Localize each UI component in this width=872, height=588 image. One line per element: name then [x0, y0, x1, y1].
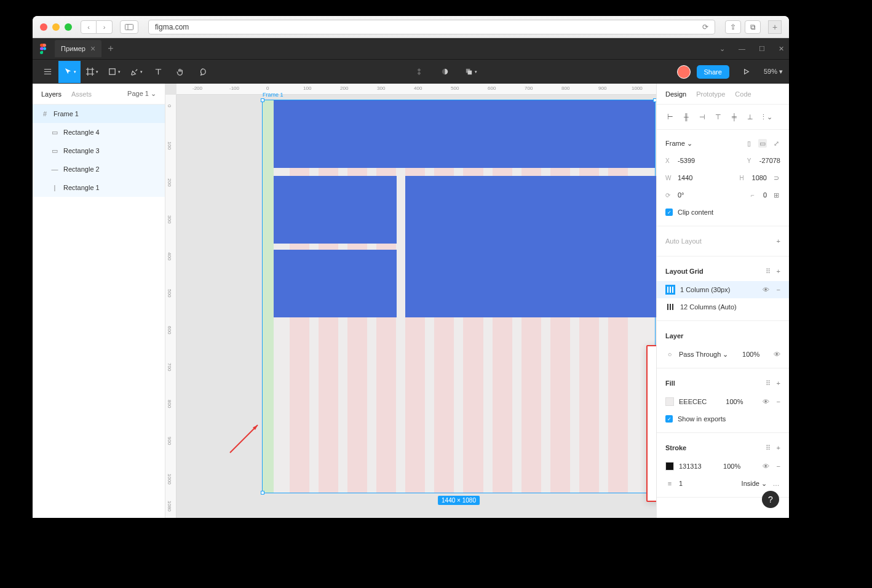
selection-handle[interactable] [653, 98, 656, 102]
rectangle-shape[interactable] [274, 100, 655, 168]
comment-tool[interactable] [191, 61, 213, 83]
columns-icon[interactable] [665, 302, 675, 312]
blend-mode-selector[interactable]: Pass Through ⌄ [679, 351, 728, 359]
tab-design[interactable]: Design [665, 90, 686, 98]
align-right-icon[interactable]: ⊣ [697, 112, 707, 122]
fill-swatch[interactable] [665, 397, 674, 406]
tab-prototype[interactable]: Prototype [696, 90, 725, 98]
remove-fill-button[interactable]: − [777, 398, 780, 405]
close-window-button[interactable] [40, 23, 47, 31]
grid-styles-icon[interactable]: ⠿ [764, 267, 772, 276]
add-stroke-button[interactable]: + [777, 444, 780, 451]
remove-grid-button[interactable]: − [777, 286, 780, 293]
layer-rectangle-2[interactable]: — Rectangle 2 [33, 160, 165, 178]
shape-tool[interactable]: ▾ [103, 61, 125, 83]
x-field[interactable]: -5399 [678, 157, 695, 164]
y-field[interactable]: -27078 [759, 157, 780, 164]
move-tool[interactable]: ▾ [58, 61, 81, 83]
visibility-icon[interactable]: 👁 [774, 351, 780, 358]
resize-to-fit-icon[interactable]: ⤢ [772, 139, 780, 148]
fill-styles-icon[interactable]: ⠿ [764, 379, 772, 387]
align-left-icon[interactable]: ⊢ [665, 112, 675, 122]
maximize-icon[interactable]: ☐ [759, 45, 765, 53]
corner-field[interactable]: 0 [763, 191, 767, 199]
layer-rectangle-4[interactable]: ▭ Rectangle 4 [33, 123, 165, 141]
clip-checkbox[interactable]: ✓ [665, 209, 673, 216]
rectangle-shape[interactable] [274, 176, 397, 244]
close-icon[interactable]: ✕ [779, 45, 784, 53]
back-button[interactable]: ‹ [81, 20, 97, 34]
frame-tool[interactable]: ▾ [81, 61, 103, 83]
align-top-icon[interactable]: ⊤ [713, 112, 723, 122]
frame-label[interactable]: Frame 1 [263, 92, 283, 98]
text-tool[interactable] [147, 61, 169, 83]
frame-type-selector[interactable]: Frame ⌄ [665, 140, 692, 148]
selection-handle[interactable] [261, 491, 264, 495]
add-fill-button[interactable]: + [777, 379, 780, 387]
stroke-side-selector[interactable]: Inside ⌄ [742, 480, 767, 488]
zoom-level[interactable]: 59% ▾ [764, 68, 783, 76]
orientation-landscape-icon[interactable]: ▭ [758, 139, 767, 148]
close-tab-icon[interactable]: × [90, 44, 95, 54]
show-in-exports-checkbox[interactable]: ✓ [665, 415, 673, 423]
help-button[interactable]: ? [762, 491, 779, 508]
stroke-swatch[interactable] [665, 462, 674, 471]
grid-item-2[interactable]: 12 Columns (Auto) [680, 303, 737, 311]
tab-layers[interactable]: Layers [41, 90, 61, 98]
tab-assets[interactable]: Assets [71, 90, 92, 98]
page-selector[interactable]: Page 1 ⌄ [127, 90, 156, 98]
tab-code[interactable]: Code [735, 90, 751, 98]
visibility-icon[interactable]: 👁 [763, 286, 769, 293]
canvas[interactable]: -200-100 0100 200300 400500 600700 80090… [165, 84, 656, 518]
present-button[interactable] [735, 61, 758, 83]
visibility-icon[interactable]: 👁 [763, 398, 769, 405]
forward-button[interactable]: › [97, 20, 113, 34]
rectangle-shape[interactable] [405, 176, 656, 317]
height-field[interactable]: 1080 [752, 174, 767, 181]
user-avatar[interactable] [677, 65, 691, 79]
align-bottom-icon[interactable]: ⊥ [745, 112, 755, 122]
add-grid-button[interactable]: + [777, 268, 780, 275]
add-auto-layout-button[interactable]: + [777, 237, 780, 245]
layer-rectangle-3[interactable]: ▭ Rectangle 3 [33, 141, 165, 160]
distribute-icon[interactable]: ⋮⌄ [761, 112, 771, 122]
url-bar[interactable]: figma.com ⟳ [148, 20, 715, 34]
independent-corners-icon[interactable]: ⊞ [772, 191, 780, 199]
visibility-icon[interactable]: 👁 [763, 463, 769, 470]
layer-frame-1[interactable]: # Frame 1 [33, 105, 165, 123]
remove-stroke-button[interactable]: − [777, 463, 780, 470]
stroke-hex[interactable]: 131313 [679, 463, 702, 470]
frame-1[interactable]: Frame 1 1440 × 1080 [262, 100, 656, 493]
add-tab-button[interactable]: + [108, 43, 113, 54]
rotation-field[interactable]: 0° [678, 191, 684, 199]
layer-opacity[interactable]: 100% [742, 351, 759, 358]
constrain-icon[interactable]: ⊃ [772, 173, 780, 182]
grid-item-1[interactable]: 1 Column (30px) [680, 286, 730, 293]
share-button[interactable]: Share [697, 65, 729, 79]
mask-tool[interactable] [434, 61, 456, 83]
width-field[interactable]: 1440 [678, 174, 692, 181]
stroke-opacity[interactable]: 100% [723, 463, 740, 470]
component-tool[interactable] [408, 61, 430, 83]
new-tab-button[interactable]: + [768, 20, 782, 34]
selection-handle[interactable] [261, 98, 264, 102]
menu-button[interactable] [36, 61, 58, 83]
chevron-down-icon[interactable]: ⌄ [719, 45, 725, 53]
boolean-tool[interactable]: ▾ [460, 61, 482, 83]
reload-icon[interactable]: ⟳ [702, 23, 708, 31]
layer-rectangle-1[interactable]: | Rectangle 1 [33, 178, 165, 197]
file-tab[interactable]: Пример × [55, 40, 101, 57]
stroke-advanced-icon[interactable]: … [772, 479, 780, 488]
minimize-icon[interactable]: — [739, 45, 745, 53]
tabs-icon[interactable]: ⧉ [745, 20, 761, 34]
fill-hex[interactable]: EEECEC [679, 398, 707, 405]
columns-icon[interactable] [665, 285, 675, 295]
figma-logo-icon[interactable] [38, 43, 49, 54]
maximize-window-button[interactable] [65, 23, 72, 31]
hand-tool[interactable] [169, 61, 191, 83]
stroke-styles-icon[interactable]: ⠿ [764, 443, 772, 452]
rectangle-shape[interactable] [274, 250, 397, 317]
fill-opacity[interactable]: 100% [726, 398, 743, 405]
minimize-window-button[interactable] [52, 23, 60, 31]
sidebar-toggle-button[interactable] [120, 20, 138, 34]
